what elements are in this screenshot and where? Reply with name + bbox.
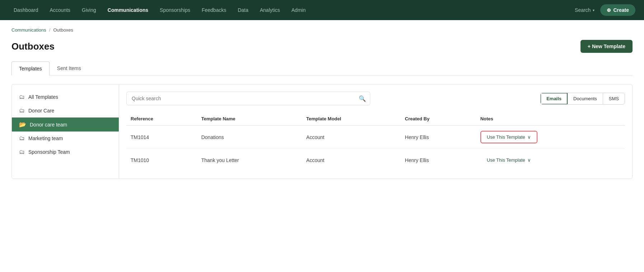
search-label: Search [575, 7, 591, 13]
sidebar-label-donor-care-team: Donor care team [30, 122, 67, 128]
sidebar-label-sponsorship-team: Sponsorship Team [28, 149, 70, 155]
nav-data[interactable]: Data [233, 4, 254, 16]
breadcrumb-current: Outboxes [53, 27, 73, 33]
folder-open-icon: 📂 [19, 121, 26, 128]
folder-icon: 🗂 [19, 107, 25, 114]
nav-dashboard[interactable]: Dashboard [9, 4, 43, 16]
filter-sms[interactable]: SMS [603, 93, 625, 104]
nav-analytics[interactable]: Analytics [255, 4, 285, 16]
nav-communications[interactable]: Communications [103, 4, 154, 16]
quick-search-wrap: 🔍 [126, 92, 370, 105]
sidebar-item-donor-care-team[interactable]: 📂 Donor care team [12, 117, 119, 132]
search-button[interactable]: Search ▾ [575, 7, 594, 13]
search-filter-row: 🔍 Emails Documents SMS [126, 92, 625, 105]
cell-created-by-0: Henry Ellis [401, 125, 476, 149]
cell-template-model-1: Account [302, 149, 401, 172]
table-row: TM1014 Donations Account Henry Ellis Use… [126, 125, 625, 149]
cell-reference-1: TM1010 [126, 149, 197, 172]
tabs-bar: Templates Sent Items [11, 61, 633, 75]
cell-action-1: Use This Template ∨ [476, 149, 625, 172]
tab-sent-items[interactable]: Sent Items [50, 61, 89, 75]
use-template-label-1: Use This Template [487, 157, 525, 163]
folder-icon: 🗂 [19, 149, 25, 155]
sidebar-label-donor-care: Donor Care [28, 108, 54, 114]
right-panel: 🔍 Emails Documents SMS Reference Templat… [119, 84, 633, 179]
breadcrumb: Communications / Outboxes [11, 27, 633, 33]
page-title: Outboxes [11, 41, 55, 52]
cell-template-name-0: Donations [197, 125, 302, 149]
cell-template-model-0: Account [302, 125, 401, 149]
use-template-button-1[interactable]: Use This Template ∨ [480, 154, 537, 166]
search-icon: 🔍 [359, 95, 366, 102]
use-template-button-0[interactable]: Use This Template ∨ [480, 131, 537, 143]
main-body: 🗂 All Templates 🗂 Donor Care 📂 Donor car… [11, 84, 633, 179]
col-created-by: Created By [401, 112, 476, 125]
nav-admin[interactable]: Admin [286, 4, 311, 16]
folder-icon: 🗂 [19, 135, 25, 142]
new-template-button[interactable]: + New Template [580, 40, 633, 53]
breadcrumb-separator: / [49, 27, 51, 33]
sidebar-label-all-templates: All Templates [28, 94, 58, 100]
col-template-model: Template Model [302, 112, 401, 125]
sidebar-label-marketing-team: Marketing team [28, 135, 63, 141]
sidebar-item-donor-care[interactable]: 🗂 Donor Care [12, 104, 119, 117]
col-reference: Reference [126, 112, 197, 125]
filter-emails[interactable]: Emails [541, 93, 568, 104]
cell-reference-0: TM1014 [126, 125, 197, 149]
create-label: Create [613, 7, 629, 13]
sidebar-item-all-templates[interactable]: 🗂 All Templates [12, 90, 119, 104]
page-header: Outboxes + New Template [11, 40, 633, 53]
quick-search-input[interactable] [126, 92, 370, 105]
tab-templates[interactable]: Templates [11, 61, 50, 75]
cell-created-by-1: Henry Ellis [401, 149, 476, 172]
breadcrumb-parent[interactable]: Communications [11, 27, 46, 33]
filter-documents[interactable]: Documents [568, 93, 603, 104]
chevron-down-icon: ∨ [527, 157, 531, 163]
filter-buttons: Emails Documents SMS [540, 93, 625, 105]
sidebar-item-sponsorship-team[interactable]: 🗂 Sponsorship Team [12, 145, 119, 159]
cell-template-name-1: Thank you Letter [197, 149, 302, 172]
use-template-label-0: Use This Template [487, 134, 525, 140]
templates-table: Reference Template Name Template Model C… [126, 112, 625, 171]
sidebar: 🗂 All Templates 🗂 Donor Care 📂 Donor car… [11, 84, 119, 179]
nav-accounts[interactable]: Accounts [45, 4, 76, 16]
chevron-down-icon: ∨ [527, 134, 531, 140]
table-row: TM1010 Thank you Letter Account Henry El… [126, 149, 625, 172]
nav-feedbacks[interactable]: Feedbacks [197, 4, 231, 16]
nav-sponsorships[interactable]: Sponsorships [155, 4, 195, 16]
sidebar-item-marketing-team[interactable]: 🗂 Marketing team [12, 132, 119, 145]
top-navigation: Dashboard Accounts Giving Communications… [0, 0, 644, 20]
nav-giving[interactable]: Giving [77, 4, 101, 16]
folder-icon: 🗂 [19, 94, 25, 100]
plus-circle-icon: ⊕ [607, 7, 611, 13]
chevron-down-icon: ▾ [593, 8, 594, 12]
nav-links: Dashboard Accounts Giving Communications… [9, 4, 311, 16]
content-wrap: Communications / Outboxes Outboxes + New… [0, 20, 644, 272]
col-template-name: Template Name [197, 112, 302, 125]
col-notes: Notes [476, 112, 625, 125]
create-button[interactable]: ⊕ Create [600, 4, 635, 16]
nav-right: Search ▾ ⊕ Create [575, 4, 635, 16]
cell-action-0: Use This Template ∨ [476, 125, 625, 149]
